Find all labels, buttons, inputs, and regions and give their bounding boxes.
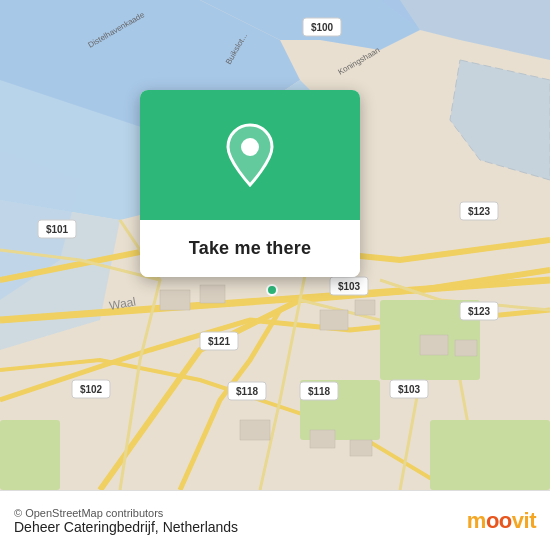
svg-rect-5 <box>160 290 190 310</box>
map-container: Waal Koningshaan Buikslot... Distelhaven… <box>0 0 550 490</box>
map-attribution: © OpenStreetMap contributors <box>14 507 238 519</box>
svg-text:$121: $121 <box>208 336 231 347</box>
svg-rect-13 <box>455 340 477 356</box>
svg-rect-11 <box>350 440 372 456</box>
svg-text:$101: $101 <box>46 224 69 235</box>
location-pin-icon <box>224 123 276 187</box>
svg-rect-10 <box>310 430 335 448</box>
svg-rect-4 <box>430 420 550 490</box>
svg-point-38 <box>267 285 277 295</box>
moovit-logo: moovit <box>467 508 536 534</box>
svg-rect-6 <box>200 285 225 303</box>
svg-text:$102: $102 <box>80 384 103 395</box>
svg-rect-3 <box>0 420 60 490</box>
svg-rect-7 <box>320 310 348 330</box>
svg-text:$100: $100 <box>311 22 334 33</box>
svg-text:$103: $103 <box>338 281 361 292</box>
popup-card: Take me there <box>140 90 360 277</box>
svg-text:$118: $118 <box>236 386 259 397</box>
svg-text:$103: $103 <box>398 384 421 395</box>
bottom-bar: © OpenStreetMap contributors Deheer Cate… <box>0 490 550 550</box>
place-name: Deheer Cateringbedrijf, Netherlands <box>14 519 238 535</box>
svg-rect-12 <box>420 335 448 355</box>
svg-text:$123: $123 <box>468 306 491 317</box>
svg-point-39 <box>241 138 259 156</box>
svg-rect-8 <box>355 300 375 315</box>
popup-header <box>140 90 360 220</box>
svg-text:$118: $118 <box>308 386 331 397</box>
moovit-logo-text: moovit <box>467 508 536 534</box>
svg-rect-9 <box>240 420 270 440</box>
take-me-there-button[interactable]: Take me there <box>140 220 360 277</box>
svg-text:$123: $123 <box>468 206 491 217</box>
